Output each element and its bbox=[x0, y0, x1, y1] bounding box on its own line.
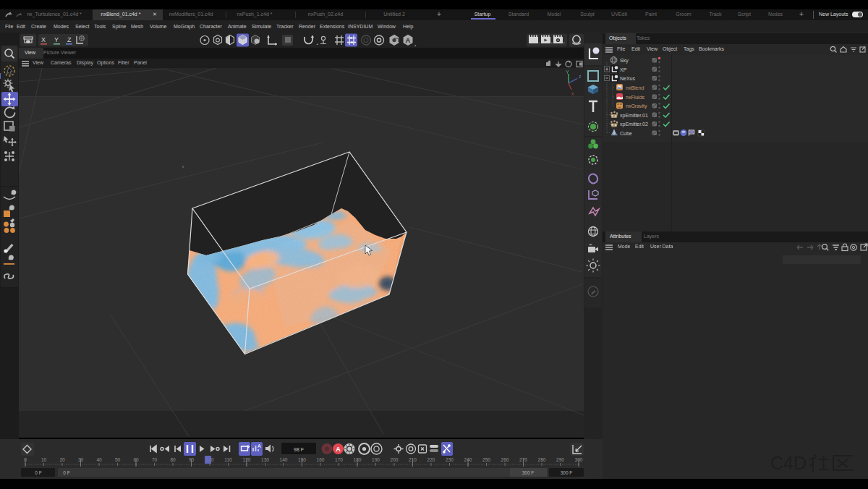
svg-text:250: 250 bbox=[482, 457, 490, 462]
svg-text:Y: Y bbox=[54, 36, 59, 43]
svg-text:280: 280 bbox=[538, 457, 546, 462]
svg-text:Sky: Sky bbox=[620, 58, 629, 64]
svg-text:260: 260 bbox=[501, 457, 509, 462]
svg-text:80: 80 bbox=[170, 457, 176, 462]
svg-text:z: z bbox=[579, 74, 582, 79]
svg-text:10: 10 bbox=[41, 457, 47, 462]
svg-text:Y: Y bbox=[566, 69, 569, 75]
svg-text:nxFluids: nxFluids bbox=[626, 95, 645, 100]
svg-text:98 F: 98 F bbox=[294, 447, 304, 452]
svg-text:300 F: 300 F bbox=[561, 470, 573, 475]
svg-text:0 F: 0 F bbox=[63, 470, 69, 475]
svg-text:nxGravity: nxGravity bbox=[626, 103, 647, 109]
svg-text:Z: Z bbox=[67, 36, 72, 43]
svg-text:A: A bbox=[406, 36, 411, 44]
svg-text:70: 70 bbox=[152, 457, 158, 462]
svg-text:190: 190 bbox=[372, 457, 380, 462]
svg-text:XP: XP bbox=[620, 67, 627, 72]
svg-text:220: 220 bbox=[427, 457, 435, 462]
svg-text:Cube: Cube bbox=[620, 131, 632, 136]
svg-text:xpEmitter.02: xpEmitter.02 bbox=[620, 122, 648, 127]
svg-text:A: A bbox=[336, 446, 341, 453]
svg-text:NeXus: NeXus bbox=[620, 76, 636, 81]
svg-text:A: A bbox=[258, 443, 261, 448]
svg-text:130: 130 bbox=[261, 457, 269, 462]
svg-text:40: 40 bbox=[96, 457, 102, 462]
svg-text:230: 230 bbox=[446, 457, 454, 462]
svg-text:50: 50 bbox=[115, 457, 121, 462]
svg-text:300 F: 300 F bbox=[522, 470, 535, 475]
svg-text:140: 140 bbox=[280, 457, 288, 462]
svg-text:200: 200 bbox=[391, 457, 399, 462]
svg-text:x: x bbox=[571, 91, 574, 96]
svg-text:X: X bbox=[41, 36, 46, 43]
svg-text:nxBlend: nxBlend bbox=[626, 85, 644, 90]
svg-text:0 F: 0 F bbox=[35, 470, 41, 475]
svg-text:290: 290 bbox=[556, 457, 564, 462]
svg-text:110: 110 bbox=[224, 457, 232, 462]
svg-text:160: 160 bbox=[317, 457, 325, 462]
svg-text:xpEmitter.01: xpEmitter.01 bbox=[620, 113, 648, 119]
svg-text:170: 170 bbox=[335, 457, 343, 462]
svg-text:20: 20 bbox=[59, 457, 65, 462]
